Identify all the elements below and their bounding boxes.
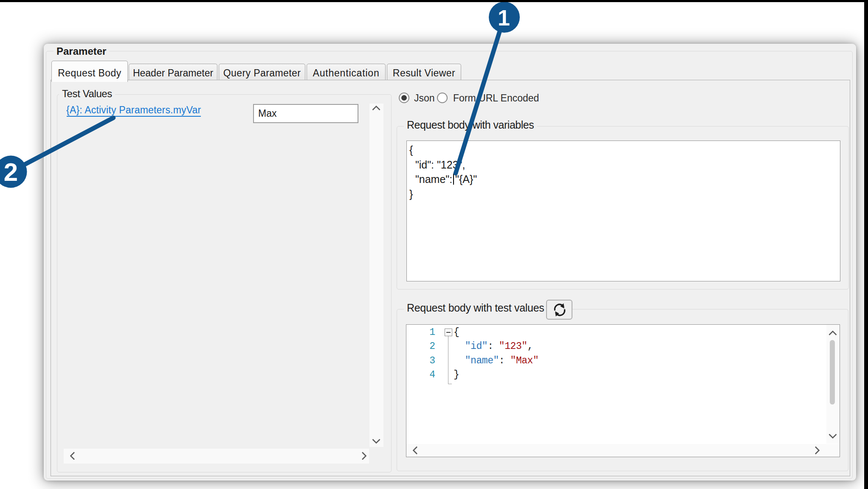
svg-text:2: 2 xyxy=(4,158,18,186)
svg-text:1: 1 xyxy=(498,6,510,30)
